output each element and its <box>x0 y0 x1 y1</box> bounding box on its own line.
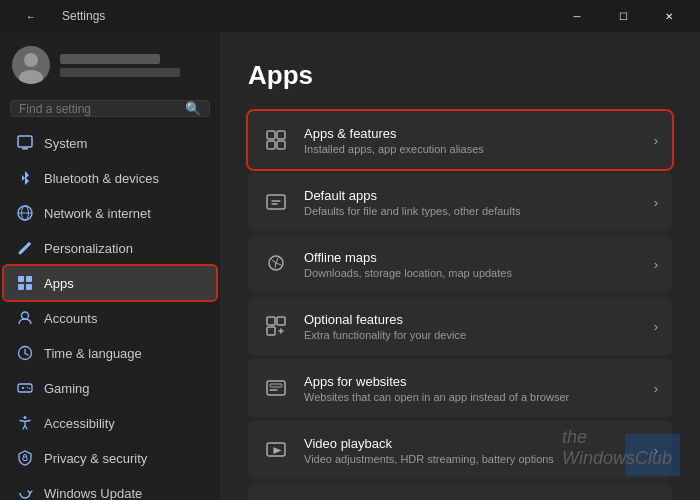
video-playback-text: Video playbackVideo adjustments, HDR str… <box>304 436 640 465</box>
sidebar-item-system[interactable]: System <box>4 126 216 160</box>
sidebar-item-accounts[interactable]: Accounts <box>4 301 216 335</box>
sidebar-item-label-privacy: Privacy & security <box>44 451 147 466</box>
default-apps-chevron: › <box>654 195 658 210</box>
offline-maps-chevron: › <box>654 257 658 272</box>
network-icon <box>16 204 34 222</box>
sidebar-item-label-windows-update: Windows Update <box>44 486 142 501</box>
offline-maps-desc: Downloads, storage location, map updates <box>304 267 640 279</box>
titlebar-left: ← Settings <box>8 0 105 32</box>
video-playback-desc: Video adjustments, HDR streaming, batter… <box>304 453 640 465</box>
search-box[interactable]: 🔍 <box>10 100 210 117</box>
svg-point-1 <box>24 53 38 67</box>
sidebar: 🔍 SystemBluetooth & devicesNetwork & int… <box>0 32 220 500</box>
apps-websites-text: Apps for websitesWebsites that can open … <box>304 374 640 403</box>
gaming-icon <box>16 379 34 397</box>
settings-item-apps-websites[interactable]: Apps for websitesWebsites that can open … <box>248 359 672 417</box>
sidebar-item-apps[interactable]: Apps <box>4 266 216 300</box>
close-button[interactable]: ✕ <box>646 0 692 32</box>
apps-features-icon <box>262 126 290 154</box>
search-icon: 🔍 <box>185 101 201 116</box>
offline-maps-icon <box>262 250 290 278</box>
sidebar-item-personalization[interactable]: Personalization <box>4 231 216 265</box>
apps-features-chevron: › <box>654 133 658 148</box>
sidebar-item-privacy[interactable]: Privacy & security <box>4 441 216 475</box>
sidebar-item-bluetooth[interactable]: Bluetooth & devices <box>4 161 216 195</box>
optional-features-chevron: › <box>654 319 658 334</box>
avatar <box>12 46 50 84</box>
settings-window: ← Settings ─ ☐ ✕ <box>0 0 700 500</box>
apps-icon <box>16 274 34 292</box>
sidebar-item-label-network: Network & internet <box>44 206 151 221</box>
sidebar-item-label-gaming: Gaming <box>44 381 90 396</box>
svg-rect-8 <box>18 276 24 282</box>
sidebar-item-accessibility[interactable]: Accessibility <box>4 406 216 440</box>
apps-websites-chevron: › <box>654 381 658 396</box>
minimize-button[interactable]: ─ <box>554 0 600 32</box>
profile-email <box>60 68 180 77</box>
sidebar-item-network[interactable]: Network & internet <box>4 196 216 230</box>
sidebar-item-label-personalization: Personalization <box>44 241 133 256</box>
personalization-icon <box>16 239 34 257</box>
system-icon <box>16 134 34 152</box>
sidebar-item-label-apps: Apps <box>44 276 74 291</box>
svg-point-18 <box>29 388 30 389</box>
profile-section <box>0 32 220 94</box>
settings-item-startup[interactable]: StartupApps that start automatically whe… <box>248 483 672 500</box>
video-playback-title: Video playback <box>304 436 640 451</box>
svg-rect-29 <box>267 327 275 335</box>
content: 🔍 SystemBluetooth & devicesNetwork & int… <box>0 32 700 500</box>
svg-point-12 <box>22 312 29 319</box>
titlebar-controls: ─ ☐ ✕ <box>554 0 692 32</box>
accounts-icon <box>16 309 34 327</box>
page-title: Apps <box>248 60 672 91</box>
svg-rect-31 <box>270 384 282 387</box>
nav-list: SystemBluetooth & devicesNetwork & inter… <box>0 125 220 500</box>
settings-item-offline-maps[interactable]: Offline mapsDownloads, storage location,… <box>248 235 672 293</box>
default-apps-text: Default appsDefaults for file and link t… <box>304 188 640 217</box>
optional-features-icon <box>262 312 290 340</box>
offline-maps-text: Offline mapsDownloads, storage location,… <box>304 250 640 279</box>
svg-rect-4 <box>22 148 28 150</box>
apps-features-title: Apps & features <box>304 126 640 141</box>
apps-features-desc: Installed apps, app execution aliases <box>304 143 640 155</box>
optional-features-text: Optional featuresExtra functionality for… <box>304 312 640 341</box>
svg-rect-11 <box>26 284 32 290</box>
search-input[interactable] <box>19 102 185 116</box>
sidebar-item-label-system: System <box>44 136 87 151</box>
optional-features-title: Optional features <box>304 312 640 327</box>
apps-features-text: Apps & featuresInstalled apps, app execu… <box>304 126 640 155</box>
sidebar-item-gaming[interactable]: Gaming <box>4 371 216 405</box>
back-button[interactable]: ← <box>8 0 54 32</box>
svg-rect-23 <box>267 141 275 149</box>
sidebar-item-windows-update[interactable]: Windows Update <box>4 476 216 500</box>
profile-info <box>60 54 180 77</box>
sidebar-item-time[interactable]: Time & language <box>4 336 216 370</box>
svg-rect-21 <box>267 131 275 139</box>
settings-list: Apps & featuresInstalled apps, app execu… <box>248 111 672 500</box>
svg-rect-22 <box>277 131 285 139</box>
apps-websites-title: Apps for websites <box>304 374 640 389</box>
windows-update-icon <box>16 484 34 500</box>
apps-websites-icon <box>262 374 290 402</box>
default-apps-desc: Defaults for file and link types, other … <box>304 205 640 217</box>
profile-name <box>60 54 160 64</box>
main-content: Apps Apps & featuresInstalled apps, app … <box>220 32 700 500</box>
sidebar-item-label-time: Time & language <box>44 346 142 361</box>
video-playback-chevron: › <box>654 443 658 458</box>
titlebar: ← Settings ─ ☐ ✕ <box>0 0 700 32</box>
settings-item-video-playback[interactable]: Video playbackVideo adjustments, HDR str… <box>248 421 672 479</box>
settings-item-default-apps[interactable]: Default appsDefaults for file and link t… <box>248 173 672 231</box>
svg-rect-3 <box>18 136 32 147</box>
svg-point-17 <box>27 387 28 388</box>
sidebar-item-label-accessibility: Accessibility <box>44 416 115 431</box>
bluetooth-icon <box>16 169 34 187</box>
restore-button[interactable]: ☐ <box>600 0 646 32</box>
offline-maps-title: Offline maps <box>304 250 640 265</box>
video-playback-icon <box>262 436 290 464</box>
time-icon <box>16 344 34 362</box>
svg-rect-9 <box>26 276 32 282</box>
settings-item-apps-features[interactable]: Apps & featuresInstalled apps, app execu… <box>248 111 672 169</box>
svg-rect-28 <box>277 317 285 325</box>
apps-websites-desc: Websites that can open in an app instead… <box>304 391 640 403</box>
settings-item-optional-features[interactable]: Optional featuresExtra functionality for… <box>248 297 672 355</box>
